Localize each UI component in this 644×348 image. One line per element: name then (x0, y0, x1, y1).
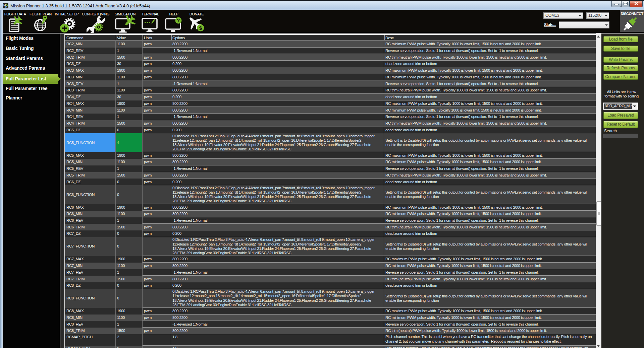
svg-text:p: p (5, 5, 7, 8)
svg-text:?: ? (177, 18, 180, 23)
svg-text:$: $ (199, 25, 202, 31)
